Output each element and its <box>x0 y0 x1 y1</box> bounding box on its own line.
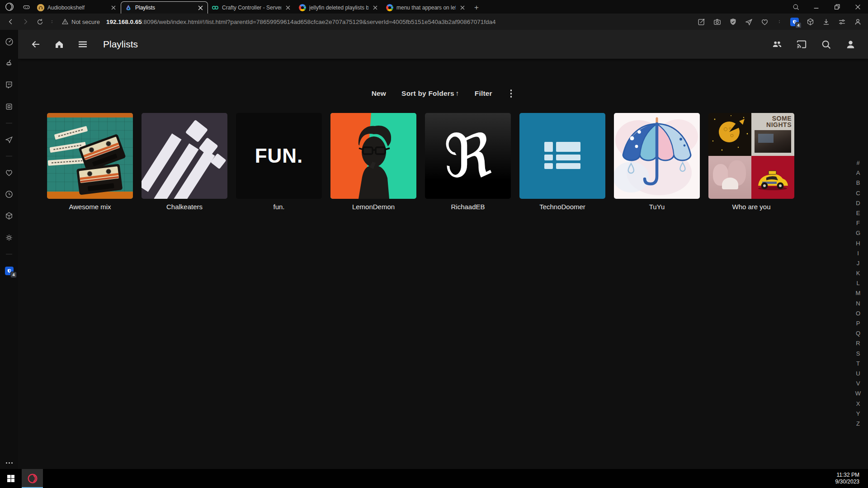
alphabet-letter[interactable]: P <box>854 319 862 328</box>
some-nights-text: SOME <box>766 115 792 122</box>
taskbar-opera-gx-button[interactable] <box>22 469 43 488</box>
playlist-card-richaadeb[interactable]: ℜ RichaadEB <box>425 113 511 211</box>
alphabet-letter[interactable]: E <box>854 208 862 218</box>
alphabet-letter[interactable]: Q <box>854 328 862 338</box>
sidebar-twitch-button[interactable] <box>4 80 14 90</box>
close-window-button[interactable] <box>847 0 868 14</box>
alphabet-letter[interactable]: W <box>854 389 862 399</box>
playlist-card-fun[interactable]: FUN. fun. <box>236 113 322 211</box>
alphabet-letter[interactable]: B <box>854 178 862 188</box>
tab-audiobookshelf[interactable]: Audiobookshelf <box>33 1 121 14</box>
alphabet-letter[interactable]: # <box>854 158 862 168</box>
back-button[interactable] <box>5 15 17 28</box>
playlist-card-awesome-mix[interactable]: Awesome mix <box>47 113 133 211</box>
bookmark-heart-button[interactable] <box>760 17 769 27</box>
alphabet-letter[interactable]: F <box>854 218 862 228</box>
tab-close-button[interactable] <box>197 4 204 11</box>
jf-search-button[interactable] <box>820 38 832 50</box>
sidebar-history-button[interactable] <box>4 189 14 200</box>
reload-button[interactable] <box>33 15 46 28</box>
tab-crafty-controller[interactable]: Crafty Controller - Server D <box>208 1 295 14</box>
tab-close-button[interactable] <box>284 4 292 11</box>
gx-corner-button[interactable] <box>19 0 33 14</box>
new-tab-button[interactable]: + <box>470 1 483 14</box>
tab-close-button[interactable] <box>372 4 379 11</box>
sidebar-more-button[interactable] <box>0 462 18 464</box>
playlist-card-lemondemon[interactable]: LemonDemon <box>330 113 416 211</box>
alphabet-letter[interactable]: H <box>854 239 862 249</box>
jf-user-button[interactable] <box>844 38 856 50</box>
tab-close-button[interactable] <box>110 4 117 11</box>
sidebar-bookmarks-button[interactable] <box>4 167 14 178</box>
playlist-cover <box>142 113 227 199</box>
tab-search-button[interactable] <box>786 0 806 14</box>
alphabet-letter[interactable]: A <box>854 168 862 178</box>
clock-date: 9/30/2023 <box>835 479 859 485</box>
new-playlist-button[interactable]: New <box>372 89 386 98</box>
sort-button[interactable]: Sort by Folders↑ <box>401 89 459 98</box>
reload-icon <box>36 18 44 26</box>
jf-menu-button[interactable] <box>77 38 89 50</box>
profile-button[interactable] <box>853 17 863 27</box>
taskbar-tray[interactable]: 11:32 PM 9/30/2023 <box>835 469 868 488</box>
alphabet-letter[interactable]: V <box>854 379 862 389</box>
sidebar-settings-button[interactable] <box>4 232 14 243</box>
sidebar-speed-dial-button[interactable] <box>4 36 14 47</box>
url-field[interactable]: 192.168.0.65:8096/web/index.html#!/list.… <box>106 19 690 25</box>
alphabet-letter[interactable]: D <box>854 198 862 208</box>
sidebar-separator <box>6 156 12 156</box>
playlist-card-technodoomer[interactable]: TechnoDoomer <box>519 113 605 211</box>
alphabet-letter[interactable]: I <box>854 249 862 258</box>
alphabet-letter[interactable]: C <box>854 188 862 198</box>
site-security-chip[interactable]: Not secure <box>61 18 100 25</box>
close-icon <box>286 5 290 10</box>
bitwarden-extension-button[interactable]: 4 <box>789 17 799 27</box>
alphabet-letter[interactable]: O <box>854 309 862 319</box>
jf-home-button[interactable] <box>53 38 65 50</box>
sidebar-extensions-button[interactable] <box>4 211 14 221</box>
playlist-card-chalkeaters[interactable]: Chalkeaters <box>142 113 227 211</box>
playlist-card-tuyu[interactable]: TuYu <box>614 113 700 211</box>
alphabet-letter[interactable]: N <box>854 299 862 309</box>
jf-cast-button[interactable] <box>796 38 807 50</box>
alphabet-letter[interactable]: M <box>854 288 862 298</box>
sidebar-flow-button[interactable] <box>4 134 14 145</box>
extensions-cube-button[interactable] <box>805 17 815 27</box>
opera-menu-button[interactable] <box>0 0 19 14</box>
tab-playlists[interactable]: Playlists <box>121 1 208 14</box>
alphabet-letter[interactable]: U <box>854 369 862 379</box>
alphabet-letter[interactable]: Z <box>854 419 862 429</box>
jf-syncplay-button[interactable] <box>771 38 783 50</box>
alphabet-letter[interactable]: R <box>854 338 862 348</box>
adblock-shield-button[interactable] <box>728 17 738 27</box>
start-button[interactable] <box>0 469 22 488</box>
tab-search-menu-left[interactable]: menu that appears on left <box>382 1 470 14</box>
tab-close-button[interactable] <box>459 4 466 11</box>
bitwarden-badge: 4 <box>10 272 17 278</box>
taskbar-clock[interactable]: 11:32 PM 9/30/2023 <box>835 472 859 485</box>
easy-setup-button[interactable] <box>837 17 847 27</box>
alphabet-letter[interactable]: K <box>854 268 862 278</box>
alphabet-letter[interactable]: T <box>854 359 862 369</box>
alphabet-letter[interactable]: J <box>854 258 862 268</box>
more-options-button[interactable] <box>508 89 515 99</box>
filter-button[interactable]: Filter <box>475 89 492 98</box>
jf-back-button[interactable] <box>30 38 42 50</box>
bookmark-edit-button[interactable] <box>696 17 706 27</box>
forward-button[interactable] <box>19 15 32 28</box>
restore-button[interactable] <box>826 0 847 14</box>
alphabet-letter[interactable]: L <box>854 278 862 288</box>
alphabet-letter[interactable]: X <box>854 399 862 409</box>
sidebar-gx-capture-button[interactable] <box>4 101 14 112</box>
alphabet-letter[interactable]: Y <box>854 409 862 419</box>
sidebar-bitwarden-button[interactable]: 4 <box>4 265 14 276</box>
sidebar-gx-cleaner-button[interactable] <box>4 58 14 69</box>
alphabet-letter[interactable]: G <box>854 228 862 238</box>
playlist-card-who-are-you[interactable]: SOMENIGHTS <box>708 113 794 211</box>
downloads-button[interactable] <box>821 17 831 27</box>
alphabet-letter[interactable]: S <box>854 349 862 359</box>
tab-search-jellyfin-deleted[interactable]: jellyfin deleted playlists bet <box>295 1 382 14</box>
snapshot-button[interactable] <box>712 17 722 27</box>
minimize-button[interactable] <box>806 0 826 14</box>
flow-send-button[interactable] <box>744 17 754 27</box>
